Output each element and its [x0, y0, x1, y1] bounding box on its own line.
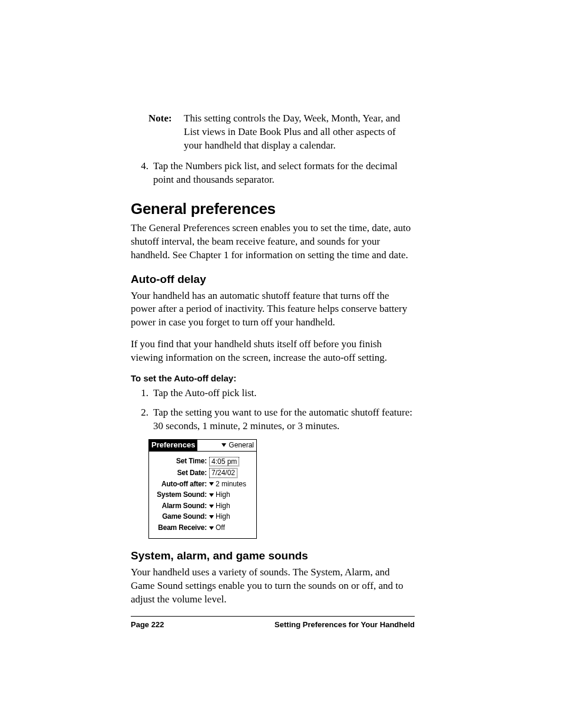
- palm-screenshot: Preferences General Set Time: 4:05 pm Se…: [148, 439, 257, 539]
- row-alarm-sound: Alarm Sound: High: [153, 502, 253, 511]
- note-text: This setting controls the Day, Week, Mon…: [184, 112, 415, 153]
- row-game-sound: Game Sound: High: [153, 512, 253, 522]
- page-footer: Page 222 Setting Preferences for Your Ha…: [131, 616, 415, 629]
- label-set-date: Set Date:: [153, 469, 209, 478]
- palm-body: Set Time: 4:05 pm Set Date: 7/24/02 Auto…: [149, 452, 256, 533]
- step-number: 1.: [131, 387, 153, 400]
- set-date-field[interactable]: 7/24/02: [209, 468, 237, 477]
- note-label: Note:: [148, 112, 184, 153]
- dropdown-icon: [209, 493, 214, 497]
- picker-game-sound[interactable]: High: [209, 512, 230, 522]
- step-4: 4. Tap the Numbers pick list, and select…: [131, 160, 415, 187]
- label-system-sound: System Sound:: [153, 490, 209, 500]
- step-text: Tap the setting you want to use for the …: [153, 406, 415, 433]
- note-row: Note: This setting controls the Day, Wee…: [148, 112, 415, 153]
- proc-step-1: 1. Tap the Auto-off pick list.: [131, 387, 415, 400]
- auto-off-p2: If you find that your handheld shuts its…: [131, 338, 415, 365]
- heading-general-preferences: General preferences: [131, 200, 415, 218]
- dropdown-icon: [209, 515, 214, 519]
- value-game-sound: High: [216, 512, 230, 522]
- label-beam-receive: Beam Receive:: [153, 523, 209, 533]
- procedure-heading: To set the Auto-off delay:: [131, 373, 415, 383]
- picker-auto-off[interactable]: 2 minutes: [209, 480, 246, 489]
- footer-page-number: Page 222: [131, 620, 164, 629]
- picker-system-sound[interactable]: High: [209, 490, 230, 500]
- page: Note: This setting controls the Day, Wee…: [0, 0, 562, 728]
- value-system-sound: High: [216, 490, 230, 500]
- step-number: 4.: [131, 160, 153, 187]
- row-beam-receive: Beam Receive: Off: [153, 523, 253, 533]
- palm-category-label: General: [229, 441, 254, 450]
- picker-alarm-sound[interactable]: High: [209, 502, 230, 511]
- dropdown-icon: [209, 505, 214, 508]
- label-game-sound: Game Sound:: [153, 512, 209, 522]
- proc-step-2: 2. Tap the setting you want to use for t…: [131, 406, 415, 433]
- value-alarm-sound: High: [216, 502, 230, 511]
- value-set-date[interactable]: 7/24/02: [209, 468, 237, 477]
- general-intro: The General Preferences screen enables y…: [131, 222, 415, 262]
- footer-rule: [131, 616, 415, 617]
- auto-off-p1: Your handheld has an automatic shutoff f…: [131, 289, 415, 330]
- dropdown-icon: [222, 443, 226, 447]
- row-set-date: Set Date: 7/24/02: [153, 468, 253, 477]
- heading-sounds: System, alarm, and game sounds: [131, 549, 415, 562]
- value-auto-off: 2 minutes: [216, 480, 246, 489]
- palm-title: Preferences: [149, 440, 197, 451]
- palm-titlebar: Preferences General: [149, 440, 256, 452]
- palm-category-picker[interactable]: General: [222, 441, 256, 450]
- step-number: 2.: [131, 406, 153, 433]
- label-auto-off: Auto-off after:: [153, 480, 209, 489]
- step-text: Tap the Numbers pick list, and select fo…: [153, 160, 415, 187]
- row-system-sound: System Sound: High: [153, 490, 253, 500]
- value-beam-receive: Off: [216, 523, 225, 533]
- row-set-time: Set Time: 4:05 pm: [153, 457, 253, 466]
- row-auto-off: Auto-off after: 2 minutes: [153, 480, 253, 489]
- label-alarm-sound: Alarm Sound:: [153, 502, 209, 511]
- value-set-time[interactable]: 4:05 pm: [209, 457, 239, 466]
- set-time-field[interactable]: 4:05 pm: [209, 457, 239, 466]
- dropdown-icon: [209, 526, 214, 530]
- label-set-time: Set Time:: [153, 457, 209, 466]
- sounds-p: Your handheld uses a variety of sounds. …: [131, 566, 415, 607]
- footer-chapter-title: Setting Preferences for Your Handheld: [275, 620, 415, 629]
- picker-beam-receive[interactable]: Off: [209, 523, 225, 533]
- heading-auto-off-delay: Auto-off delay: [131, 273, 415, 286]
- step-text: Tap the Auto-off pick list.: [153, 387, 415, 400]
- dropdown-icon: [209, 482, 214, 486]
